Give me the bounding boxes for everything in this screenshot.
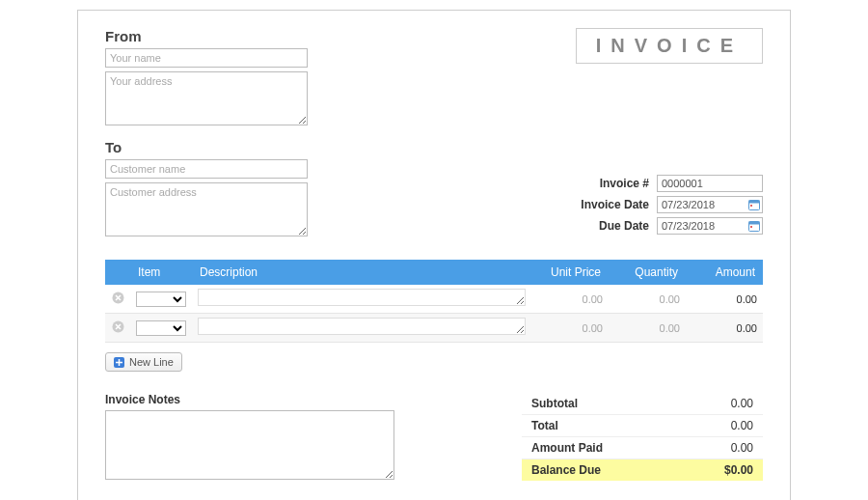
amount-paid-label: Amount Paid <box>531 441 603 455</box>
invoice-meta: Invoice # Invoice Date Due Date <box>581 175 763 238</box>
total-value: 0.00 <box>731 419 753 432</box>
item-select[interactable] <box>136 320 186 336</box>
invoice-date-input[interactable] <box>657 196 763 213</box>
unit-price-cell[interactable]: 0.00 <box>531 285 609 314</box>
subtotal-label: Subtotal <box>531 397 578 410</box>
to-address-input[interactable] <box>105 182 308 236</box>
amount-cell: 0.00 <box>686 314 763 343</box>
table-row: 0.00 0.00 0.00 <box>105 314 763 343</box>
invoice-date-label: Invoice Date <box>581 198 649 211</box>
description-input[interactable] <box>198 318 526 335</box>
plus-icon <box>114 357 124 368</box>
quantity-cell[interactable]: 0.00 <box>609 285 686 314</box>
delete-row-icon[interactable] <box>111 291 124 304</box>
col-description: Description <box>192 260 531 285</box>
due-date-input[interactable] <box>657 217 763 235</box>
invoice-number-input[interactable] <box>657 175 763 192</box>
table-row: 0.00 0.00 0.00 <box>105 285 763 314</box>
invoice-number-label: Invoice # <box>600 177 649 190</box>
new-line-button[interactable]: New Line <box>105 352 182 372</box>
amount-cell: 0.00 <box>686 285 763 314</box>
notes-input[interactable] <box>105 410 394 480</box>
from-address-input[interactable] <box>105 71 308 125</box>
col-item: Item <box>130 260 192 285</box>
amount-paid-value: 0.00 <box>731 441 753 455</box>
notes-section: Invoice Notes <box>105 393 394 483</box>
due-date-label: Due Date <box>599 219 649 233</box>
to-heading: To <box>105 139 763 155</box>
delete-row-icon[interactable] <box>111 319 124 333</box>
invoice-title: INVOICE <box>576 28 763 64</box>
totals-section: Subtotal 0.00 Total 0.00 Amount Paid 0.0… <box>522 393 763 481</box>
description-input[interactable] <box>198 289 526 306</box>
to-name-input[interactable] <box>105 159 308 179</box>
col-unit-price: Unit Price <box>531 260 609 285</box>
quantity-cell[interactable]: 0.00 <box>609 314 686 343</box>
from-heading: From <box>105 28 308 44</box>
balance-due-value: $0.00 <box>724 463 753 477</box>
item-select[interactable] <box>136 292 186 307</box>
from-name-input[interactable] <box>105 48 308 68</box>
total-label: Total <box>531 419 558 432</box>
from-section: From <box>105 28 308 125</box>
new-line-label: New Line <box>129 356 174 368</box>
col-quantity: Quantity <box>609 260 686 285</box>
invoice-form: From INVOICE To Invoice # Invoice Date <box>77 10 791 500</box>
unit-price-cell[interactable]: 0.00 <box>531 314 609 343</box>
col-amount: Amount <box>686 260 763 285</box>
subtotal-value: 0.00 <box>731 397 753 410</box>
notes-heading: Invoice Notes <box>105 393 394 406</box>
line-items-table: Item Description Unit Price Quantity Amo… <box>105 260 763 343</box>
balance-due-label: Balance Due <box>531 463 601 477</box>
